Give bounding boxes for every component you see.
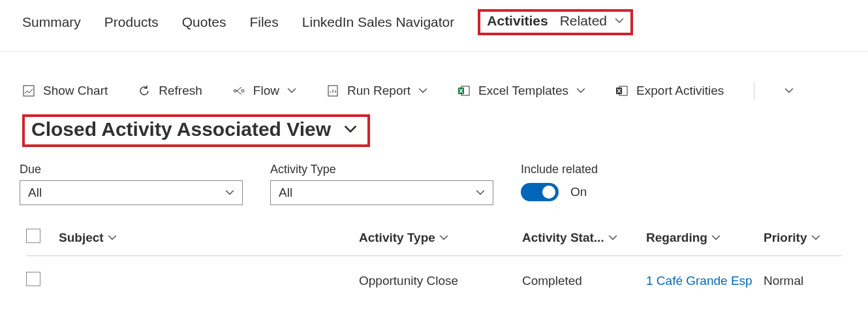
excel-icon — [457, 84, 471, 97]
excel-templates-label: Excel Templates — [478, 84, 568, 98]
tab-quotes[interactable]: Quotes — [182, 14, 226, 30]
activity-type-value: All — [279, 186, 292, 200]
report-icon — [326, 84, 339, 97]
filters-row: Due All Activity Type All Include relate… — [0, 147, 868, 205]
run-report-button[interactable]: Run Report — [326, 84, 427, 98]
view-selector-row: Closed Activity Associated View — [0, 100, 868, 147]
svg-point-1 — [234, 90, 236, 92]
include-related-value: On — [570, 185, 587, 199]
activity-type-filter: Activity Type All — [270, 163, 493, 205]
flow-button[interactable]: Flow — [232, 84, 296, 98]
column-activity-status[interactable]: Activity Stat... — [522, 231, 646, 245]
chevron-down-icon — [476, 188, 485, 197]
tab-related-label: Related — [560, 13, 607, 28]
chevron-down-icon — [784, 86, 794, 95]
refresh-icon — [138, 84, 151, 97]
column-priority-label: Priority — [764, 231, 807, 245]
select-all-checkbox[interactable] — [26, 229, 40, 243]
due-select[interactable]: All — [20, 180, 243, 205]
column-activity-status-label: Activity Stat... — [522, 231, 604, 245]
tab-linkedin[interactable]: LinkedIn Sales Navigator — [302, 14, 454, 30]
cell-priority: Normal — [764, 274, 848, 288]
tab-related[interactable]: Related — [560, 13, 624, 29]
grid-header: Subject Activity Type Activity Stat... R… — [26, 229, 842, 256]
cell-regarding-link[interactable]: 1 Café Grande Esp — [646, 274, 764, 288]
cell-activity-type: Opportunity Close — [359, 274, 522, 288]
view-title-label: Closed Activity Associated View — [31, 118, 331, 140]
chevron-down-icon — [711, 233, 721, 242]
activity-type-select[interactable]: All — [270, 180, 493, 205]
refresh-button[interactable]: Refresh — [138, 84, 202, 98]
column-regarding-label: Regarding — [646, 231, 707, 245]
view-selector[interactable]: Closed Activity Associated View — [22, 114, 370, 147]
show-chart-label: Show Chart — [43, 84, 108, 98]
export-activities-label: Export Activities — [636, 84, 724, 98]
refresh-label: Refresh — [159, 84, 202, 98]
column-activity-type-label: Activity Type — [359, 231, 435, 245]
include-related-filter: Include related On — [521, 163, 598, 201]
tabs-highlight: Activities Related — [478, 9, 633, 35]
due-value: All — [28, 186, 42, 200]
column-priority[interactable]: Priority — [764, 231, 848, 245]
overflow-button[interactable] — [784, 86, 794, 95]
include-related-toggle[interactable] — [521, 183, 559, 201]
row-checkbox[interactable] — [26, 272, 40, 286]
chevron-down-icon — [439, 233, 448, 242]
due-label: Due — [20, 163, 243, 176]
svg-rect-0 — [23, 86, 34, 96]
column-subject[interactable]: Subject — [59, 231, 359, 245]
command-bar: Show Chart Refresh Flow Run Report Excel… — [0, 52, 868, 100]
chevron-down-icon — [608, 233, 617, 242]
chevron-down-icon — [811, 233, 820, 242]
activities-grid: Subject Activity Type Activity Stat... R… — [0, 205, 868, 289]
chevron-down-icon — [615, 17, 624, 27]
show-chart-button[interactable]: Show Chart — [22, 84, 108, 98]
tab-files[interactable]: Files — [249, 14, 278, 30]
chart-icon — [22, 84, 35, 97]
svg-point-2 — [241, 90, 244, 92]
tab-products[interactable]: Products — [104, 14, 159, 30]
column-activity-type[interactable]: Activity Type — [359, 231, 522, 245]
include-related-label: Include related — [521, 163, 598, 176]
chevron-down-icon — [287, 86, 296, 95]
chevron-down-icon — [418, 86, 427, 95]
excel-export-icon — [615, 84, 628, 97]
flow-label: Flow — [253, 84, 279, 98]
tab-summary[interactable]: Summary — [22, 14, 81, 30]
tab-activities[interactable]: Activities — [487, 13, 548, 29]
flow-icon — [232, 84, 245, 97]
column-regarding[interactable]: Regarding — [646, 231, 764, 245]
divider — [754, 82, 754, 100]
run-report-label: Run Report — [347, 84, 411, 98]
excel-templates-button[interactable]: Excel Templates — [457, 84, 585, 98]
chevron-down-icon — [576, 86, 585, 95]
chevron-down-icon — [225, 188, 234, 197]
due-filter: Due All — [20, 163, 243, 205]
table-row[interactable]: Opportunity Close Completed 1 Café Grand… — [26, 256, 842, 289]
column-subject-label: Subject — [59, 231, 104, 245]
cell-activity-status: Completed — [522, 274, 646, 288]
export-activities-button[interactable]: Export Activities — [615, 84, 724, 98]
toggle-knob — [542, 186, 555, 199]
chevron-down-icon — [344, 123, 357, 136]
activity-type-label: Activity Type — [270, 163, 493, 176]
chevron-down-icon — [108, 233, 117, 242]
record-tabs: Summary Products Quotes Files LinkedIn S… — [0, 0, 868, 52]
